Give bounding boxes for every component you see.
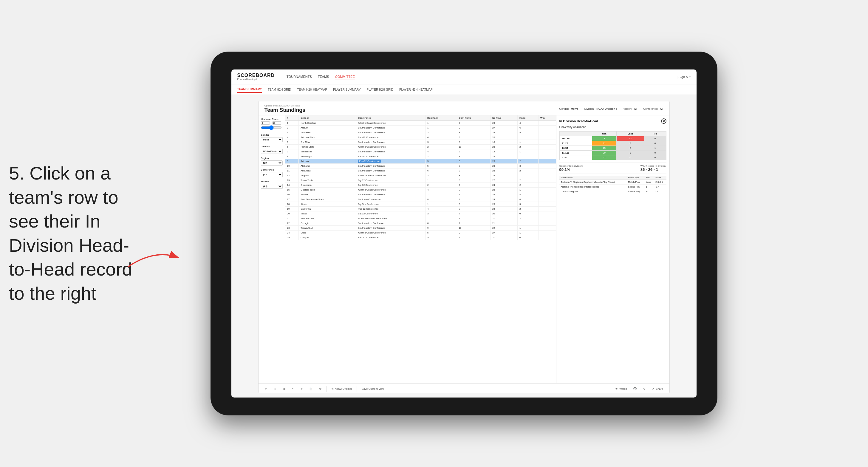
cell-no-tour: 23 — [490, 121, 517, 126]
table-row[interactable]: 25 Oregon Pac-12 Conference 5 7 21 0 — [285, 235, 556, 240]
cell-conference: Atlantic Coast Conference — [356, 230, 426, 235]
division-filter-label: Division: NCAA Division I — [584, 107, 617, 110]
cell-school: Virginia — [299, 173, 356, 178]
step-back-button[interactable]: ⏮ — [272, 386, 278, 391]
subnav-player-h2h-heatmap[interactable]: PLAYER H2H HEATMAP — [399, 87, 433, 92]
cell-rnds: 2 — [518, 168, 538, 173]
h2h-row: 26-50 25 2 1 — [559, 146, 666, 151]
cell-no-tour: 23 — [490, 145, 517, 149]
table-row[interactable]: 19 California Pac-12 Conference 4 8 24 2 — [285, 207, 556, 212]
table-row[interactable]: 14 Oklahoma Big 12 Conference 2 9 24 2 — [285, 183, 556, 188]
table-row[interactable]: 21 New Mexico Mountain West Conference 1… — [285, 216, 556, 221]
division-select[interactable]: NCAA Division I — [261, 149, 283, 154]
cell-no-tour: 24 — [490, 207, 517, 212]
cell-win — [538, 135, 556, 140]
table-row[interactable]: 2 Auburn Southeastern Conference 1 9 27 … — [285, 126, 556, 130]
region-filter-group: Region N/A — [261, 157, 283, 165]
cell-win — [538, 121, 556, 126]
nav-committee[interactable]: COMMITTEE — [335, 74, 355, 80]
comment-button[interactable]: 💬 — [631, 386, 639, 391]
cell-reg-rank: 5 — [425, 235, 457, 240]
subnav-team-h2h-heatmap[interactable]: TEAM H2H HEATMAP — [297, 87, 327, 92]
nav-teams[interactable]: TEAMS — [318, 74, 329, 80]
h2h-tie: 0 — [644, 155, 666, 160]
table-row[interactable]: 20 Texas Big 12 Conference 3 7 20 0 — [285, 212, 556, 216]
tournament-row: Cabo Collegiate Stroke Play 11 17 — [559, 189, 666, 194]
tournament-col-score: Score — [654, 176, 666, 180]
right-panel-header: In Division Head-to-Head ✕ — [559, 118, 666, 124]
nav-tournaments[interactable]: TOURNAMENTS — [286, 74, 312, 80]
cell-conf-rank: 9 — [457, 121, 490, 126]
max-rounds-input[interactable] — [272, 121, 281, 125]
copy-button[interactable]: ⎘ — [299, 386, 305, 391]
table-row[interactable]: 23 Texas A&M Southeastern Conference 9 1… — [285, 226, 556, 230]
settings-button[interactable]: ⚙ — [641, 386, 647, 391]
cell-reg-rank: 1 — [425, 121, 457, 126]
region-filter-label: Region: All — [623, 107, 637, 110]
share-button[interactable]: ↗ Share — [650, 386, 664, 391]
close-button[interactable]: ✕ — [661, 118, 666, 124]
min-rounds-input[interactable] — [261, 121, 270, 125]
paste-button[interactable]: 📋 — [307, 386, 314, 391]
rounds-slider[interactable] — [261, 125, 282, 130]
table-row[interactable]: 13 Texas Tech Big 12 Conference 1 9 27 2 — [285, 178, 556, 183]
cell-rnds: 0 — [518, 235, 538, 240]
school-select[interactable]: (All) — [261, 184, 283, 189]
cell-rank: 23 — [285, 226, 299, 230]
cell-reg-rank: 4 — [425, 135, 457, 140]
table-row[interactable]: 3 Vanderbilt Southeastern Conference 2 8… — [285, 130, 556, 135]
step-forward-button[interactable]: ⏭ — [281, 386, 287, 391]
table-row[interactable]: 6 Florida State Atlantic Coast Conferenc… — [285, 145, 556, 149]
cell-conf-rank: 9 — [457, 178, 490, 183]
h2h-tie: 0 — [644, 141, 666, 146]
table-row[interactable]: 16 Florida Southeastern Conference 7 9 2… — [285, 192, 556, 197]
redo-button[interactable]: ↪ — [290, 386, 297, 391]
timer-button[interactable]: ⏱ — [317, 386, 323, 391]
cell-rnds: 4 — [518, 192, 538, 197]
subnav-team-h2h-grid[interactable]: TEAM H2H GRID — [268, 87, 291, 92]
subnav-player-h2h-grid[interactable]: PLAYER H2H GRID — [367, 87, 393, 92]
cell-no-tour: 23 — [490, 130, 517, 135]
table-row[interactable]: 4 Arizona State Pac-12 Conference 4 9 26… — [285, 135, 556, 140]
sign-out-link[interactable]: | Sign out — [677, 75, 690, 79]
table-row[interactable]: 11 Arkansas Southeastern Conference 6 8 … — [285, 168, 556, 173]
table-row[interactable]: 15 Georgia Tech Atlantic Coast Conferenc… — [285, 188, 556, 192]
cell-win — [538, 126, 556, 130]
cell-win — [538, 188, 556, 192]
h2h-label: 11-25 — [559, 141, 592, 146]
gender-select[interactable]: Men's Women's — [261, 137, 283, 142]
table-row[interactable]: 7 Tennessee Southeastern Conference 4 6 … — [285, 149, 556, 154]
cell-conference: Southeastern Conference — [356, 130, 426, 135]
watch-button[interactable]: 👁 Watch — [614, 386, 628, 391]
table-row[interactable]: 10 Alabama Southeastern Conference 5 8 2… — [285, 164, 556, 168]
cell-reg-rank: 2 — [425, 130, 457, 135]
save-custom-view-button[interactable]: Save Custom View — [360, 386, 386, 391]
cell-no-tour: 26 — [490, 135, 517, 140]
cell-reg-rank: 6 — [425, 168, 457, 173]
undo-button[interactable]: ↩ — [263, 386, 269, 391]
table-row[interactable]: 12 Virginia Atlantic Coast Conference 3 … — [285, 173, 556, 178]
cell-rnds: 2 — [518, 178, 538, 183]
table-row[interactable]: 9 Arizona Pac-12 Conference 5 8 23 2 — [285, 159, 556, 164]
subnav-team-summary[interactable]: TEAM SUMMARY — [237, 87, 262, 93]
table-row[interactable]: 5 Ole Miss Southeastern Conference 3 6 1… — [285, 140, 556, 145]
division-filter-group: Division NCAA Division I — [261, 145, 283, 154]
cell-rnds: 3 — [518, 164, 538, 168]
table-row[interactable]: 18 Illinois Big Ten Conference 1 9 23 3 — [285, 202, 556, 207]
tournament-name: Arizona Thunderbirds Intercollegiate — [559, 185, 627, 189]
conference-select[interactable]: (All) — [261, 172, 283, 177]
cell-no-tour: 21 — [490, 221, 517, 226]
gender-filter-label: Gender: Men's — [559, 107, 578, 110]
table-row[interactable]: 17 East Tennessee State Southern Confere… — [285, 197, 556, 202]
col-rank: # — [285, 116, 299, 121]
table-row[interactable]: 24 Duke Atlantic Coast Conference 5 9 27… — [285, 230, 556, 235]
table-row[interactable]: 22 Georgia Southeastern Conference 8 7 2… — [285, 221, 556, 226]
cell-conference: Atlantic Coast Conference — [356, 188, 426, 192]
cell-reg-rank: 2 — [425, 154, 457, 159]
table-row[interactable]: 1 North Carolina Atlantic Coast Conferen… — [285, 121, 556, 126]
h2h-tie: 0 — [644, 151, 666, 155]
table-row[interactable]: 8 Washington Pac-12 Conference 2 8 23 1 — [285, 154, 556, 159]
view-original-button[interactable]: 👁 View: Original — [330, 386, 354, 391]
region-select[interactable]: N/A — [261, 160, 283, 165]
subnav-player-summary[interactable]: PLAYER SUMMARY — [333, 87, 361, 92]
